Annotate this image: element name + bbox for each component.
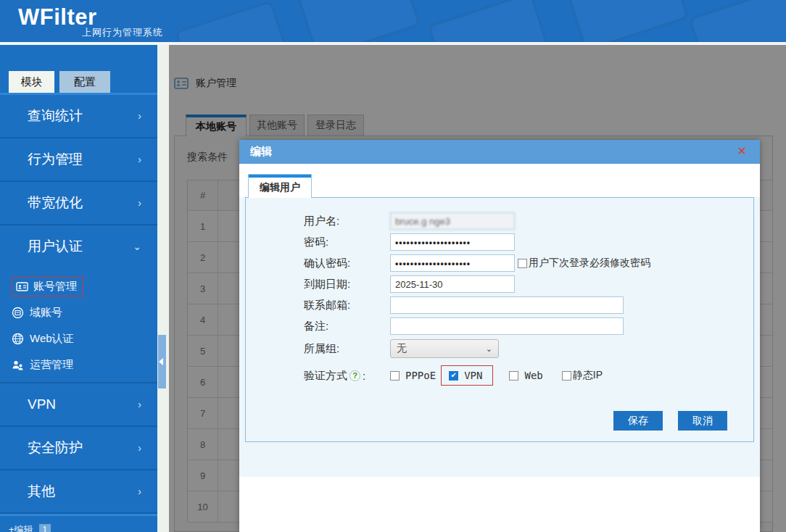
form-row-confirm-password: 确认密码: 用户下次登录必须修改密码 bbox=[304, 254, 753, 272]
sidebar-footer[interactable]: +编辑1 bbox=[0, 514, 157, 532]
colon: : bbox=[363, 370, 365, 382]
sidebar: 模块 配置 查询统计 › 行为管理 › 带宽优化 › 用户认证 ⌄ bbox=[0, 45, 157, 532]
sidebar-subitem-web-auth[interactable]: Web认证 bbox=[0, 325, 157, 352]
selected-highlight: 账号管理 bbox=[12, 277, 83, 296]
form-row-remark: 备注: bbox=[304, 317, 753, 335]
sidebar-subitem-label: 账号管理 bbox=[33, 280, 77, 294]
users-icon bbox=[12, 359, 24, 371]
close-icon[interactable]: ✕ bbox=[737, 145, 747, 158]
keyboard-pattern bbox=[297, 0, 421, 42]
save-button[interactable]: 保存 bbox=[613, 411, 663, 431]
auth-option-label: Web bbox=[524, 370, 542, 381]
chevron-down-icon: ⌄ bbox=[486, 344, 492, 354]
sidebar-footer-edit-label: +编辑 bbox=[9, 524, 33, 532]
sidebar-item-label: 用户认证 bbox=[28, 238, 83, 254]
checkbox-unchecked-icon[interactable] bbox=[509, 371, 518, 381]
sidebar-item-user-auth[interactable]: 用户认证 ⌄ bbox=[0, 225, 157, 269]
sidebar-submenu: 账号管理 域账号 Web认证 运营管理 bbox=[0, 269, 157, 383]
group-label: 所属组: bbox=[304, 342, 390, 356]
sidebar-subitem-label: 运营管理 bbox=[30, 358, 73, 372]
remark-field[interactable] bbox=[390, 317, 624, 335]
chevron-right-icon: › bbox=[138, 95, 141, 137]
collapse-arrow-icon bbox=[159, 358, 163, 365]
sidebar-item-vpn[interactable]: VPN › bbox=[0, 383, 157, 427]
app-header: WFilter 上网行为管理系统 bbox=[0, 0, 786, 42]
sidebar-item-label: 其他 bbox=[28, 483, 55, 499]
id-card-icon bbox=[16, 280, 28, 293]
keyboard-pattern bbox=[566, 0, 689, 42]
sidebar-collapse-handle[interactable] bbox=[158, 335, 166, 388]
sidebar-tab-config[interactable]: 配置 bbox=[59, 71, 110, 93]
dialog-buttons: 保存 取消 bbox=[598, 411, 727, 431]
sidebar-item-label: 安全防护 bbox=[28, 440, 83, 455]
sidebar-item-label: 带宽优化 bbox=[28, 195, 83, 210]
tab-label: 编辑用户 bbox=[249, 178, 311, 197]
keyboard-pattern bbox=[428, 0, 551, 42]
checkbox-unchecked-icon[interactable] bbox=[390, 371, 400, 381]
sidebar-tab-modules[interactable]: 模块 bbox=[9, 71, 54, 93]
sidebar-subitem-domain-account[interactable]: 域账号 bbox=[0, 299, 157, 325]
globe-icon bbox=[12, 333, 24, 345]
sidebar-item-label: 查询统计 bbox=[28, 108, 83, 123]
edit-count-badge: 1 bbox=[39, 524, 51, 532]
auth-option-static-ip[interactable]: 静态IP bbox=[562, 369, 603, 382]
remark-label: 备注: bbox=[304, 320, 390, 333]
form-row-password: 密码: bbox=[304, 233, 753, 251]
sidebar-strip bbox=[157, 45, 169, 532]
password-label: 密码: bbox=[304, 236, 390, 249]
sidebar-subitem-label: Web认证 bbox=[30, 332, 74, 346]
chevron-down-icon: ⌄ bbox=[133, 225, 141, 267]
auth-option-label: PPPoE bbox=[405, 370, 436, 381]
sidebar-item-security[interactable]: 安全防护 › bbox=[0, 427, 157, 470]
confirm-password-label: 确认密码: bbox=[304, 257, 390, 270]
sidebar-subitem-label: 域账号 bbox=[30, 306, 62, 320]
auth-option-pppoe[interactable]: PPPoE bbox=[390, 370, 436, 381]
tab-content-area: 用户名: 密码: 确认密码: 用户下次登录必须修改密码 bbox=[239, 197, 760, 477]
app-subtitle: 上网行为管理系统 bbox=[82, 26, 163, 39]
force-password-change-label: 用户下次登录必须修改密码 bbox=[529, 257, 650, 270]
cancel-button[interactable]: 取消 bbox=[678, 411, 727, 431]
sidebar-item-other[interactable]: 其他 › bbox=[0, 470, 157, 514]
sidebar-item-bandwidth-opt[interactable]: 带宽优化 › bbox=[0, 182, 157, 225]
form-row-group: 所属组: 无 ⌄ bbox=[304, 338, 753, 359]
sidebar-item-label: VPN bbox=[28, 396, 56, 412]
auth-option-label: VPN bbox=[464, 370, 482, 381]
group-selected-value: 无 bbox=[397, 342, 407, 355]
edit-dialog: 编辑 ✕ 编辑用户 用户名: 密码: bbox=[239, 140, 760, 532]
keyboard-pattern bbox=[175, 0, 289, 42]
chevron-right-icon: › bbox=[138, 138, 141, 180]
sidebar-subitem-operations-mgmt[interactable]: 运营管理 bbox=[0, 352, 157, 378]
password-field[interactable] bbox=[390, 233, 515, 251]
sidebar-tabs: 模块 配置 bbox=[0, 45, 157, 95]
sidebar-subitem-account-mgmt[interactable]: 账号管理 bbox=[0, 273, 157, 299]
auth-option-vpn[interactable]: ✔ VPN bbox=[449, 370, 482, 381]
form-row-email: 联系邮箱: bbox=[304, 296, 753, 314]
username-label: 用户名: bbox=[304, 215, 390, 228]
help-icon[interactable]: ? bbox=[349, 370, 360, 381]
email-label: 联系邮箱: bbox=[304, 299, 390, 312]
form-row-username: 用户名: bbox=[304, 212, 753, 230]
tab-edit-user[interactable]: 编辑用户 bbox=[248, 174, 312, 198]
sidebar-item-query-stats[interactable]: 查询统计 › bbox=[0, 95, 157, 138]
force-password-change-option[interactable]: 用户下次登录必须修改密码 bbox=[518, 257, 650, 270]
expiry-label: 到期日期: bbox=[304, 278, 390, 291]
confirm-password-field[interactable] bbox=[390, 254, 515, 272]
expiry-date-field[interactable] bbox=[390, 275, 515, 293]
email-field[interactable] bbox=[390, 296, 624, 314]
app-root: WFilter 上网行为管理系统 模块 配置 查询统计 › 行为管理 › 带宽优… bbox=[0, 0, 786, 532]
checkbox-checked-icon[interactable]: ✔ bbox=[449, 371, 458, 381]
chevron-right-icon: › bbox=[138, 182, 141, 224]
dialog-header[interactable]: 编辑 ✕ bbox=[239, 140, 760, 164]
group-select[interactable]: 无 ⌄ bbox=[390, 339, 499, 358]
vpn-option-highlight: ✔ VPN bbox=[441, 365, 493, 386]
checkbox-unchecked-icon[interactable] bbox=[562, 371, 571, 381]
username-field[interactable] bbox=[390, 212, 515, 230]
auth-method-label-text: 验证方式 bbox=[304, 369, 347, 383]
sidebar-item-label: 行为管理 bbox=[28, 151, 83, 167]
auth-method-options: PPPoE ✔ VPN Web bbox=[390, 365, 603, 386]
sidebar-item-behavior-mgmt[interactable]: 行为管理 › bbox=[0, 138, 157, 182]
checkbox-unchecked-icon[interactable] bbox=[518, 259, 527, 268]
form-row-expiry: 到期日期: bbox=[304, 275, 753, 293]
auth-option-web[interactable]: Web bbox=[509, 370, 542, 381]
chevron-right-icon: › bbox=[138, 383, 141, 425]
